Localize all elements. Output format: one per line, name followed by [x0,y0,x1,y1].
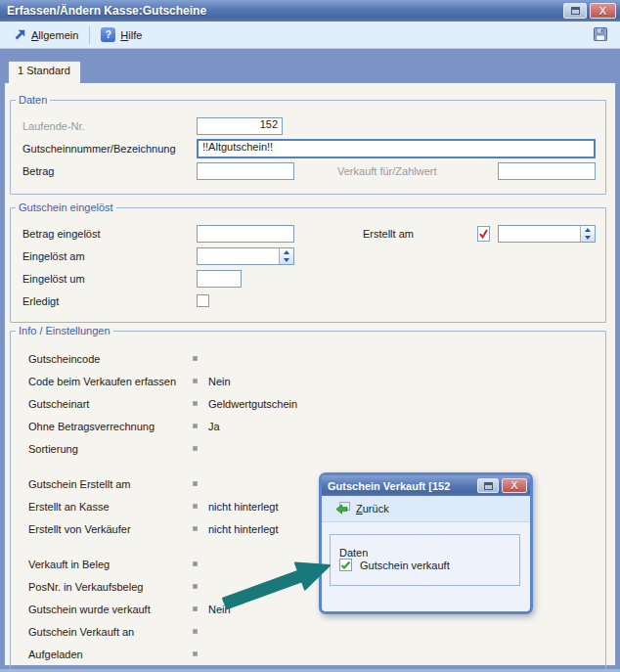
main-toolbar: Allgemein ? Hilfe [0,22,620,49]
daten-fieldset: Daten Laufende-Nr. 152 Gutscheinnummer/B… [10,100,606,195]
gutschein-verkauft-checkbox[interactable] [339,559,352,571]
info-row: Gutscheincode [22,347,596,370]
bullet-icon [193,356,198,361]
allgemein-button[interactable]: Allgemein [8,26,84,43]
spinner-icon[interactable] [580,226,595,242]
erledigt-checkbox[interactable] [197,294,209,307]
eingeloest-um-label: Eingelöst um [22,273,197,285]
daten-legend: Daten [16,94,50,106]
erledigt-label: Erledigt [22,295,197,307]
info-row: Sortierung [22,437,596,460]
checkmark-icon [340,560,351,570]
bullet-icon [193,561,198,566]
laufende-nr-field[interactable]: 152 [197,117,283,135]
eingeloest-am-label: Eingelöst am [22,250,197,262]
close-button[interactable]: X [590,3,616,19]
bullet-icon [193,424,198,428]
bullet-icon [193,504,198,509]
dialog-window: Erfassen/Ändern Kasse:Gutscheine X Allge… [0,0,620,672]
eingeloest-um-field[interactable] [197,270,242,288]
eingeloest-legend: Gutschein eingelöst [16,202,116,213]
restore-button[interactable] [563,3,587,19]
info-row: Ohne Betragsverrechnung Ja [22,415,596,437]
save-button[interactable] [589,24,612,46]
zurueck-label: Zurück [356,503,389,515]
info-legend: Info / Einstellungen [16,325,113,336]
back-arrow-icon [335,501,351,516]
betrag-label: Betrag [22,165,197,177]
bullet-icon [193,606,198,611]
popup-close-button[interactable]: X [502,478,527,493]
info-row: Aufgeladen [22,643,596,665]
bullet-icon [193,526,198,531]
gutschein-verkauft-popup: Gutschein Verkauft [152 X Zurück Daten [319,472,533,614]
bullet-icon [193,481,198,486]
window-title: Erfassen/Ändern Kasse:Gutscheine [7,4,560,18]
popup-restore-button[interactable] [477,478,499,493]
close-icon: X [510,480,517,491]
save-icon [593,26,608,44]
tab-label: 1 Standard [18,65,70,76]
gutscheinnummer-label: Gutscheinnummer/Bezeichnung [22,143,197,155]
betrag-eingeloest-field[interactable] [197,225,294,243]
popup-toolbar: Zurück [322,496,530,522]
bullet-icon [193,651,198,656]
allgemein-label: Allgemein [31,29,78,41]
hilfe-button[interactable]: ? Hilfe [95,25,148,44]
hilfe-label: Hilfe [120,29,142,41]
popup-daten-legend: Daten [339,547,368,559]
verkauft-fuer-label: Verkauft für/Zahlwert [337,165,459,177]
gutschein-verkauft-label: Gutschein verkauft [360,560,450,571]
info-row: Gutschein Verkauft an [22,620,596,643]
popup-daten-fieldset: Daten Gutschein verkauft [330,534,520,586]
popup-titlebar: Gutschein Verkauft [152 X [322,475,530,496]
eingeloest-fieldset: Gutschein eingelöst Betrag eingelöst Ers… [10,207,606,323]
spinner-icon[interactable] [279,248,293,264]
laufende-nr-label: Laufende-Nr. [22,120,197,132]
arrow-up-right-icon [14,28,26,41]
betrag-field[interactable] [197,162,294,180]
info-row: Code beim Verkaufen erfassen Nein [22,370,596,392]
bullet-icon [193,629,198,634]
verkauft-fuer-field[interactable] [498,162,596,180]
annotation-arrow [217,553,339,617]
erstellt-am-label: Erstellt am [363,228,453,240]
info-row: Gutscheinart Geldwertgutschein [22,392,596,415]
eingeloest-am-field[interactable] [197,247,294,265]
tab-standard[interactable]: 1 Standard [8,61,81,83]
titlebar: Erfassen/Ändern Kasse:Gutscheine X [0,0,620,22]
restore-icon [484,482,493,490]
zurueck-button[interactable]: Zurück [330,499,395,518]
erstellt-am-field[interactable] [498,225,596,243]
bullet-icon [193,379,198,383]
help-icon: ? [101,27,115,42]
gutscheinnummer-field[interactable]: !!Altgutschein!! [197,139,596,158]
betrag-eingeloest-label: Betrag eingelöst [22,228,197,240]
popup-title: Gutschein Verkauft [152 [328,480,474,492]
document-check-icon[interactable] [477,226,490,242]
bullet-icon [193,584,198,589]
bullet-icon [193,401,198,406]
toolbar-separator [89,26,90,44]
bullet-icon [193,446,198,451]
restore-icon [571,7,580,15]
close-icon: X [599,6,606,17]
